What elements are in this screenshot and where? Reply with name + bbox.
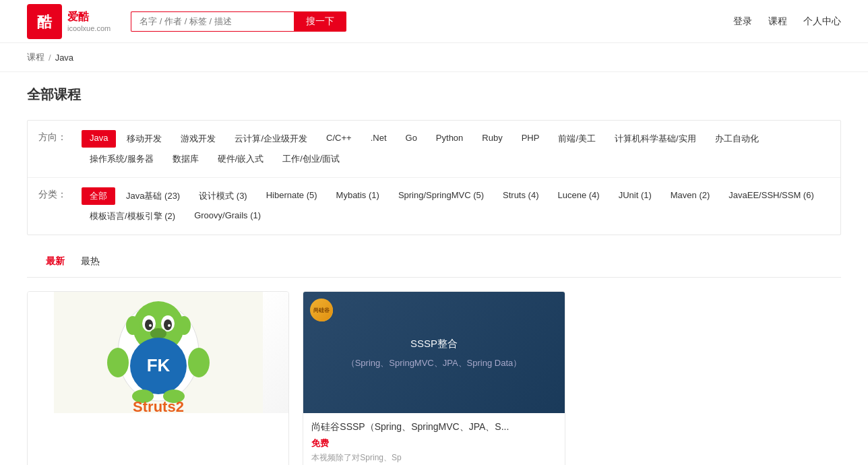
- category-tag-lucene[interactable]: Lucene (4): [550, 187, 608, 205]
- logo[interactable]: 酷 爱酷 icoolxue.com: [27, 4, 111, 39]
- svg-point-12: [126, 316, 140, 335]
- sort-tabs: 最新 最热: [27, 246, 841, 278]
- page-title: 全部课程: [27, 86, 841, 104]
- direction-tag-office[interactable]: 办工自动化: [707, 130, 767, 148]
- svg-point-8: [164, 319, 172, 330]
- direction-tag-os[interactable]: 操作系统/服务器: [82, 150, 162, 168]
- svg-point-17: [188, 348, 210, 377]
- direction-tag-php[interactable]: PHP: [514, 130, 548, 148]
- direction-tag-ruby[interactable]: Ruby: [474, 130, 510, 148]
- sort-tab-latest[interactable]: 最新: [38, 253, 73, 270]
- breadcrumb-home[interactable]: 课程: [27, 51, 44, 63]
- direction-tag-frontend[interactable]: 前端/美工: [550, 130, 604, 148]
- sssp-main-title: SSSP整合: [346, 334, 522, 352]
- category-tag-template[interactable]: 模板语言/模板引擎 (2): [82, 208, 183, 225]
- course-price-sssp: 免费: [311, 437, 556, 450]
- svg-point-13: [177, 316, 191, 335]
- category-filter-row: 分类： 全部 Java基础 (23) 设计模式 (3) Hibernate (5…: [28, 178, 840, 235]
- logo-text: 爱酷 icoolxue.com: [67, 10, 111, 32]
- direction-tag-net[interactable]: .Net: [363, 130, 395, 148]
- category-tag-spring-mvc[interactable]: Spring/SpringMVC (5): [390, 187, 492, 205]
- course-grid: FK Struts2 + 添加到快剪辑: [27, 291, 841, 465]
- category-tag-mybatis[interactable]: Mybatis (1): [328, 187, 388, 205]
- category-label: 分类：: [38, 186, 72, 201]
- direction-label: 方向：: [38, 129, 72, 144]
- main-content: 全部课程 方向： Java 移动开发 游戏开发 云计算/企业级开发 C/C++ …: [0, 72, 868, 465]
- category-tag-maven[interactable]: Maven (2): [662, 187, 718, 205]
- sssp-course-title: SSSP整合 （Spring、SpringMVC、JPA、Spring Data…: [346, 334, 522, 371]
- direction-tag-db[interactable]: 数据库: [164, 150, 207, 168]
- direction-tag-hw[interactable]: 硬件/嵌入式: [210, 150, 272, 168]
- breadcrumb-current: Java: [55, 53, 73, 63]
- direction-tag-game[interactable]: 游戏开发: [173, 130, 224, 148]
- search-bar: 搜一下: [131, 11, 346, 32]
- nav-login[interactable]: 登录: [733, 16, 752, 28]
- breadcrumb-separator: /: [49, 53, 51, 63]
- course-card-struts2[interactable]: FK Struts2: [27, 291, 289, 465]
- svg-text:酷: 酷: [37, 13, 53, 30]
- course-thumbnail-sssp: U 尚硅谷 SSSP整合 （Spring、SpringMVC、JPA、Sprin…: [303, 292, 564, 413]
- category-tag-hibernate[interactable]: Hibernate (5): [258, 187, 326, 205]
- logo-icon: 酷: [27, 4, 62, 39]
- header: 酷 爱酷 icoolxue.com 搜一下 登录 课程 个人中心: [0, 0, 868, 43]
- direction-tag-cs[interactable]: 计算机科学基础/实用: [607, 130, 704, 148]
- category-tag-groovy[interactable]: Groovy/Grails (1): [186, 208, 269, 225]
- course-desc-sssp: 本视频除了对Spring、Sp: [311, 452, 556, 464]
- svg-text:Struts2: Struts2: [133, 398, 184, 413]
- svg-text:FK: FK: [146, 355, 170, 375]
- direction-tag-job[interactable]: 工作/创业/面试: [274, 150, 348, 168]
- direction-filter-row: 方向： Java 移动开发 游戏开发 云计算/企业级开发 C/C++ .Net …: [28, 121, 840, 178]
- direction-tag-python[interactable]: Python: [428, 130, 471, 148]
- breadcrumb: 课程 / Java: [0, 43, 868, 72]
- course-thumbnail-struts2: FK Struts2: [28, 292, 288, 413]
- sort-tab-hottest[interactable]: 最热: [73, 253, 108, 270]
- nav-profile[interactable]: 个人中心: [803, 16, 841, 28]
- sssp-sub-title: （Spring、SpringMVC、JPA、Spring Data）: [346, 355, 522, 371]
- category-tag-javaee[interactable]: JavaEE/SSH/SSM (6): [720, 187, 822, 205]
- search-button[interactable]: 搜一下: [294, 11, 346, 32]
- direction-tag-cpp[interactable]: C/C++: [318, 130, 360, 148]
- svg-point-10: [168, 324, 170, 327]
- svg-point-7: [145, 319, 153, 330]
- svg-point-11: [150, 328, 166, 339]
- direction-tag-mobile[interactable]: 移动开发: [119, 130, 170, 148]
- category-tags: 全部 Java基础 (23) 设计模式 (3) Hibernate (5) My…: [80, 186, 830, 226]
- category-tag-junit[interactable]: JUnit (1): [611, 187, 660, 205]
- header-nav: 登录 课程 个人中心: [733, 16, 841, 28]
- category-tag-design-pattern[interactable]: 设计模式 (3): [191, 187, 255, 205]
- nav-courses[interactable]: 课程: [768, 16, 787, 28]
- svg-point-9: [149, 324, 152, 327]
- category-tag-struts[interactable]: Struts (4): [495, 187, 547, 205]
- svg-point-16: [107, 348, 129, 377]
- filter-section: 方向： Java 移动开发 游戏开发 云计算/企业级开发 C/C++ .Net …: [27, 120, 841, 235]
- course-info-sssp: 尚硅谷SSSP（Spring、SpringMVC、JPA、S... 免费 本视频…: [303, 413, 564, 465]
- category-tag-java-basic[interactable]: Java基础 (23): [118, 187, 188, 205]
- direction-tag-cloud[interactable]: 云计算/企业级开发: [226, 130, 315, 148]
- category-tag-all[interactable]: 全部: [82, 187, 115, 205]
- direction-tag-go[interactable]: Go: [398, 130, 425, 148]
- badge-label: 尚硅谷: [313, 307, 330, 314]
- course-name-sssp: 尚硅谷SSSP（Spring、SpringMVC、JPA、S...: [311, 421, 556, 433]
- direction-tag-java[interactable]: Java: [82, 130, 116, 148]
- search-input[interactable]: [131, 11, 294, 32]
- direction-tags: Java 移动开发 游戏开发 云计算/企业级开发 C/C++ .Net Go P…: [80, 129, 830, 169]
- course-card-sssp[interactable]: + 添加到快剪辑: [303, 291, 565, 465]
